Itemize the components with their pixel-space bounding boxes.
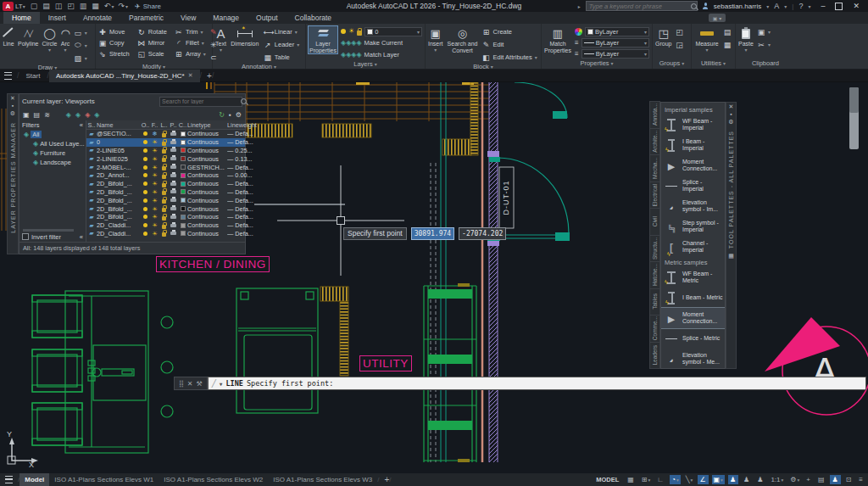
rectangle-button[interactable]: ▭▾ [74, 27, 87, 38]
layer-freeze-icon[interactable]: ☀ [150, 156, 159, 162]
layer-freeze-icon[interactable]: ☀ [150, 172, 159, 178]
osnap-settings-icon[interactable]: ▣▾ [712, 475, 725, 484]
command-customize-icon[interactable]: ⚒ [197, 380, 203, 388]
collapse-filters-icon[interactable]: « [80, 121, 83, 129]
ribbon-tab[interactable]: Home [3, 12, 40, 24]
start-tab[interactable]: Start [19, 70, 47, 82]
layer-lock-icon[interactable] [159, 131, 169, 137]
layer-row[interactable]: ▰ 2-MÖBEL-... ☀ GESTRICH... — Defa... [86, 163, 245, 171]
layer-freeze-icon[interactable]: ☀ [150, 189, 159, 195]
layer-plot-icon[interactable] [169, 165, 178, 169]
layer-plot-icon[interactable] [169, 232, 178, 235]
layer-color-swatch[interactable] [178, 206, 187, 211]
layer-color-swatch[interactable] [178, 189, 187, 194]
panel-label-clipboard[interactable]: Clipboard [736, 59, 795, 69]
autohide-tool-palette-icon[interactable]: ▪ [730, 110, 732, 118]
ungroup-button[interactable]: ◲ [675, 39, 683, 50]
Fillet[interactable]: ◜Fillet▾ [175, 37, 206, 48]
layer-row[interactable]: ▰ 2D_Claddi... ☀ Continuous — Defa... [86, 230, 245, 238]
filter-tree-item[interactable]: ◈ Furniture [19, 148, 86, 158]
save-as-icon[interactable]: ◰ [67, 2, 75, 10]
add-icon[interactable]: + [804, 475, 813, 484]
layer-freeze-icon[interactable]: ☀ [150, 198, 159, 204]
expand-icon[interactable]: ▸ [578, 3, 581, 9]
layer-on-icon[interactable] [141, 190, 150, 194]
layer-row[interactable]: ▰ 2D_Bifold_... ☀ Continuous — Defa... [86, 204, 245, 213]
layer-on-icon[interactable] [141, 223, 150, 227]
help-caret-icon[interactable]: ▾ [808, 3, 810, 9]
layer-color-swatch[interactable] [178, 140, 187, 145]
new-layer-vp-icon[interactable]: ◈ [75, 111, 81, 119]
layer-lock-icon[interactable] [159, 214, 169, 221]
Trim[interactable]: ✂Trim▾ [175, 26, 206, 37]
tool-palette-item[interactable]: Elevation symbol - Im... [661, 196, 725, 216]
layer-row[interactable]: ▰ 2D_Bifold_... ☀ Continuous — Defa... [86, 196, 245, 204]
layout-icon[interactable]: ▤ [816, 475, 827, 484]
layer-row[interactable]: ▰ 2-LINIE05 ☀ Continuous — 0.25... [86, 147, 245, 155]
Move[interactable]: ✚Move [98, 26, 132, 37]
search-icon[interactable] [691, 3, 697, 9]
ribbon-tab[interactable]: Annotate [75, 12, 120, 24]
layer-on-icon[interactable] [141, 148, 150, 153]
cut-clip-button[interactable]: ✂▾ [757, 39, 771, 50]
layer-color-swatch[interactable] [178, 198, 187, 203]
layer-freeze-icon[interactable]: ☀ [150, 165, 159, 170]
ribbon-tab[interactable]: Output [248, 12, 287, 24]
polar-tracking-icon[interactable]: ◔▾ [670, 475, 681, 484]
layer-on-icon[interactable] [341, 29, 346, 34]
close-tool-palette-icon[interactable]: ✕ [729, 103, 734, 110]
annotation-scale-icon[interactable]: ♟ [755, 475, 765, 484]
insert-button[interactable]: ▣Insert▾ [428, 26, 443, 53]
layer-on-icon[interactable] [141, 173, 150, 177]
text-button[interactable]: AText▾ [215, 26, 226, 53]
ortho-icon[interactable]: ∟ [655, 475, 666, 484]
palette-properties-icon[interactable]: ⚙ [10, 109, 15, 117]
tool-palette-tab[interactable]: Civil [649, 208, 660, 236]
tool-palette-item[interactable]: Moment Connection... [661, 155, 725, 176]
layout-tab[interactable]: Model [19, 473, 49, 486]
freeze-column-icon[interactable]: ▪ [229, 111, 231, 119]
autoscale-icon[interactable]: ♟ [742, 475, 752, 484]
save-icon[interactable]: ◫ [55, 2, 64, 10]
filter-tree-item[interactable]: ◈ Landscape [19, 158, 86, 167]
Mirror[interactable]: ⋈Mirror [137, 37, 170, 48]
new-group-filter-icon[interactable]: ▤ [34, 111, 41, 119]
tool-palette-item[interactable]: Splice - Imperial [661, 176, 725, 196]
search-convert-button[interactable]: ◎Search and Convert [447, 26, 479, 53]
hatch-button[interactable]: ▨▾ [74, 53, 87, 64]
paste-button[interactable]: Paste▾ [738, 26, 754, 53]
layer-color-swatch[interactable] [178, 165, 187, 170]
command-close-icon[interactable]: ✕ [187, 380, 193, 388]
layer-freeze-icon[interactable]: ☀ [150, 231, 159, 237]
quick-select-button[interactable]: ▤ [723, 26, 732, 37]
layer-lock-icon[interactable] [159, 205, 169, 212]
Stretch[interactable]: ⇘Stretch [98, 48, 132, 59]
layer-lock-icon[interactable] [159, 147, 169, 154]
panel-label-utilities[interactable]: Utilities [692, 59, 735, 69]
layer-lock-icon[interactable] [159, 172, 169, 179]
object-snap-icon[interactable]: ∠ [698, 475, 708, 484]
layer-on-icon[interactable] [141, 198, 150, 203]
tool-palette-tab[interactable]: Leaders [649, 342, 660, 370]
linetype-dropdown[interactable]: ByLayer▾ [581, 49, 649, 59]
layer-row[interactable]: ▰ 2-LINIE025 ☀ Continuous — 0.13... [86, 154, 245, 163]
nav-scrollbar[interactable] [849, 87, 859, 149]
tool-palette-item[interactable]: Channel - Imperial [661, 237, 725, 257]
share-button[interactable]: ✈ Share [135, 3, 161, 10]
access-caret-icon[interactable]: ▾ [784, 3, 787, 9]
file-tabs-menu-icon[interactable] [4, 72, 12, 80]
ribbon-tab[interactable]: View [172, 12, 204, 24]
layer-row[interactable]: ▰ 2D_Bifold_... ☀ Continuous — Defa... [86, 213, 245, 221]
fullscreen-icon[interactable]: ⊡ [844, 475, 854, 484]
layer-freeze-icon[interactable]: ☀ [150, 214, 159, 220]
layer-on-icon[interactable] [141, 207, 150, 211]
search-input[interactable] [587, 3, 691, 10]
layer-dropdown[interactable]: 0▾ [364, 27, 422, 36]
close-button[interactable]: ✕ [848, 2, 865, 10]
copy-clip-button[interactable]: ▣▾ [757, 26, 771, 37]
invert-filter-checkbox[interactable] [22, 233, 29, 240]
delete-layer-icon[interactable]: ◈ [85, 111, 90, 119]
plot-icon[interactable]: ▥ [80, 2, 88, 10]
layer-row[interactable]: ▰ 2D_Annot... ☀ Continuous — 0.00... [86, 171, 245, 180]
lineweight-icon[interactable]: ≡ [575, 39, 579, 47]
